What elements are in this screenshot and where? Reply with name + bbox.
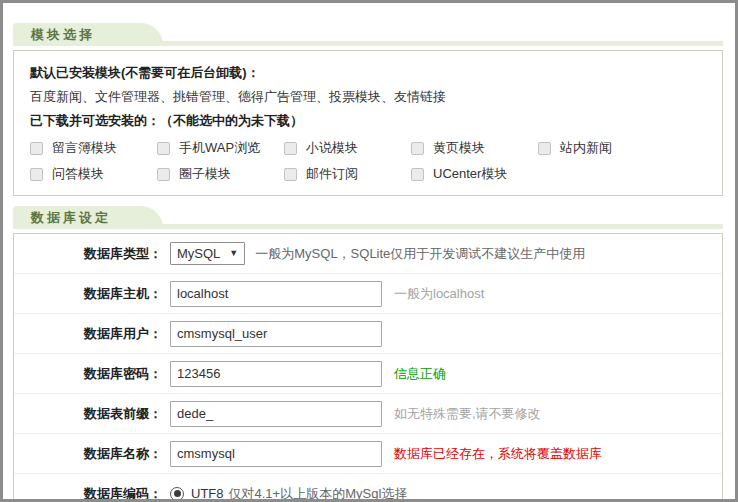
db-charset-label: 数据库编码： bbox=[14, 485, 162, 502]
chevron-down-icon: ▼ bbox=[229, 249, 238, 258]
db-type-select[interactable]: MySQL ▼ bbox=[170, 242, 245, 265]
module-checkbox-yellow-pages[interactable]: 黄页模块 bbox=[411, 139, 538, 157]
checkbox-icon bbox=[411, 142, 424, 155]
db-name-row: 数据库名称： 数据库已经存在，系统将覆盖数据库 bbox=[14, 434, 722, 474]
checkbox-icon bbox=[411, 168, 424, 181]
module-selection-box: 默认已安装模块(不需要可在后台卸载)： 百度新闻、文件管理器、挑错管理、德得广告… bbox=[13, 50, 723, 196]
module-checkbox-novel[interactable]: 小说模块 bbox=[284, 139, 411, 157]
module-label: 黄页模块 bbox=[433, 139, 485, 157]
module-label: 圈子模块 bbox=[179, 165, 231, 183]
checkbox-icon bbox=[538, 142, 551, 155]
module-label: 留言簿模块 bbox=[52, 139, 117, 157]
db-section-title: 数据库设定 bbox=[13, 209, 111, 227]
checkbox-icon bbox=[30, 168, 43, 181]
db-password-status: 信息正确 bbox=[394, 365, 446, 383]
module-section-tab: 模块选择 bbox=[13, 23, 163, 46]
optional-modules-label: 已下载并可选安装的：（不能选中的为未下载） bbox=[30, 111, 706, 131]
db-name-input[interactable] bbox=[170, 441, 382, 467]
db-type-selected-value: MySQL bbox=[177, 246, 220, 261]
module-label: 手机WAP浏览 bbox=[179, 139, 260, 157]
db-name-label: 数据库名称： bbox=[14, 445, 162, 463]
db-user-label: 数据库用户： bbox=[14, 325, 162, 343]
db-prefix-row: 数据表前缀： 如无特殊需要,请不要修改 bbox=[14, 394, 722, 434]
db-user-row: 数据库用户： bbox=[14, 314, 722, 354]
db-type-row: 数据库类型： MySQL ▼ 一般为MySQL，SQLite仅用于开发调试不建议… bbox=[14, 234, 722, 274]
module-checkbox-email-subscription[interactable]: 邮件订阅 bbox=[284, 165, 411, 183]
radio-selected-dot bbox=[174, 490, 181, 497]
db-charset-hint: 仅对4.1+以上版本的MySql选择 bbox=[229, 485, 408, 502]
db-prefix-label: 数据表前缀： bbox=[14, 405, 162, 423]
module-checkbox-qa[interactable]: 问答模块 bbox=[30, 165, 157, 183]
db-host-label: 数据库主机： bbox=[14, 285, 162, 303]
optional-modules-grid: 留言簿模块 手机WAP浏览 小说模块 黄页模块 站内新闻 问答模块 bbox=[30, 139, 706, 183]
module-section-header: 模块选择 bbox=[13, 23, 723, 46]
db-section-tab: 数据库设定 bbox=[13, 206, 163, 229]
db-type-hint: 一般为MySQL，SQLite仅用于开发调试不建议生产中使用 bbox=[255, 245, 585, 263]
db-name-status: 数据库已经存在，系统将覆盖数据库 bbox=[394, 445, 602, 463]
db-charset-row: 数据库编码： UTF8 仅对4.1+以上版本的MySql选择 bbox=[14, 474, 722, 502]
module-label: 站内新闻 bbox=[560, 139, 612, 157]
utf8-radio[interactable] bbox=[170, 487, 184, 501]
module-checkbox-ucenter[interactable]: UCenter模块 bbox=[411, 165, 538, 183]
checkbox-icon bbox=[284, 142, 297, 155]
db-user-input[interactable] bbox=[170, 321, 382, 347]
checkbox-icon bbox=[284, 168, 297, 181]
db-password-label: 数据库密码： bbox=[14, 365, 162, 383]
module-label: 小说模块 bbox=[306, 139, 358, 157]
installed-modules-list: 百度新闻、文件管理器、挑错管理、德得广告管理、投票模块、友情链接 bbox=[30, 87, 706, 107]
module-checkbox-wap-browse[interactable]: 手机WAP浏览 bbox=[157, 139, 284, 157]
module-checkbox-guestbook[interactable]: 留言簿模块 bbox=[30, 139, 157, 157]
checkbox-icon bbox=[157, 142, 170, 155]
db-section-header: 数据库设定 bbox=[13, 206, 723, 229]
db-host-row: 数据库主机： 一般为localhost bbox=[14, 274, 722, 314]
database-settings-box: 数据库类型： MySQL ▼ 一般为MySQL，SQLite仅用于开发调试不建议… bbox=[13, 233, 723, 502]
db-prefix-hint: 如无特殊需要,请不要修改 bbox=[394, 405, 541, 423]
db-prefix-input[interactable] bbox=[170, 401, 382, 427]
module-label: UCenter模块 bbox=[433, 165, 507, 183]
installed-modules-label: 默认已安装模块(不需要可在后台卸载)： bbox=[30, 63, 706, 83]
installer-window: 模块选择 默认已安装模块(不需要可在后台卸载)： 百度新闻、文件管理器、挑错管理… bbox=[0, 0, 738, 502]
module-label: 邮件订阅 bbox=[306, 165, 358, 183]
checkbox-icon bbox=[157, 168, 170, 181]
checkbox-icon bbox=[30, 142, 43, 155]
module-label: 问答模块 bbox=[52, 165, 104, 183]
module-checkbox-site-news[interactable]: 站内新闻 bbox=[538, 139, 665, 157]
db-host-hint: 一般为localhost bbox=[394, 285, 484, 303]
db-password-row: 数据库密码： 信息正确 bbox=[14, 354, 722, 394]
db-password-input[interactable] bbox=[170, 361, 382, 387]
module-checkbox-circle[interactable]: 圈子模块 bbox=[157, 165, 284, 183]
db-type-label: 数据库类型： bbox=[14, 245, 162, 263]
db-charset-option: UTF8 bbox=[191, 486, 224, 501]
db-host-input[interactable] bbox=[170, 281, 382, 307]
module-section-title: 模块选择 bbox=[13, 26, 95, 44]
